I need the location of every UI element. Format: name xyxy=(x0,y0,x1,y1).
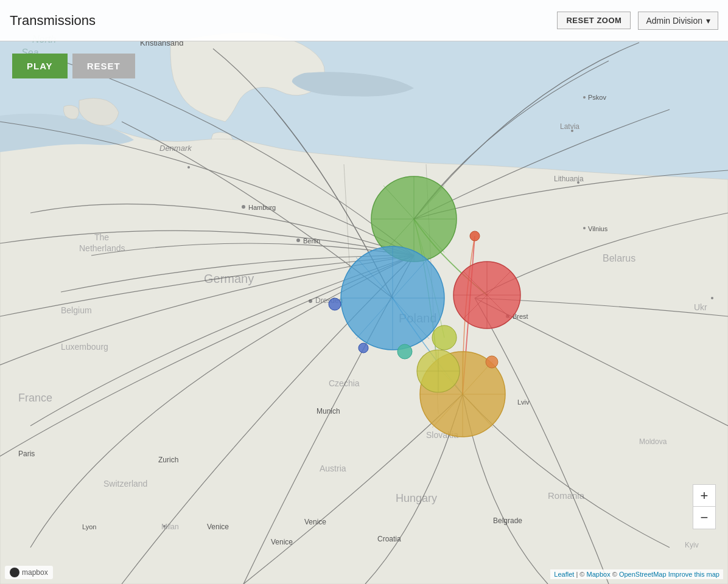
page-title: Transmissions xyxy=(10,13,96,29)
svg-text:Luxembourg: Luxembourg xyxy=(61,342,108,352)
svg-text:France: France xyxy=(18,392,52,404)
svg-text:Munich: Munich xyxy=(317,407,340,415)
admin-division-label: Admin Division xyxy=(646,16,702,26)
svg-point-17 xyxy=(583,227,586,229)
zoom-out-button[interactable]: − xyxy=(693,507,715,529)
mapbox-logo-text: mapbox xyxy=(22,568,48,577)
svg-text:Zurich: Zurich xyxy=(158,456,178,464)
header-right: RESET ZOOM Admin Division ▾ xyxy=(557,12,718,30)
svg-text:The: The xyxy=(94,232,109,242)
svg-point-100 xyxy=(329,298,341,310)
svg-text:Moldova: Moldova xyxy=(639,437,667,446)
svg-text:Paris: Paris xyxy=(18,450,35,458)
svg-point-96 xyxy=(432,325,457,350)
svg-text:Lviv: Lviv xyxy=(517,398,530,406)
svg-text:Belarus: Belarus xyxy=(603,253,635,263)
svg-text:Czechia: Czechia xyxy=(329,378,360,388)
zoom-controls: + − xyxy=(693,484,716,529)
svg-text:Switzerland: Switzerland xyxy=(103,479,147,488)
svg-text:Venice: Venice xyxy=(271,538,293,546)
leaflet-link[interactable]: Leaflet xyxy=(554,571,574,578)
svg-text:Kyiv: Kyiv xyxy=(685,541,699,549)
svg-point-3 xyxy=(242,205,245,209)
svg-point-5 xyxy=(296,238,300,242)
svg-text:Ukr: Ukr xyxy=(694,302,707,312)
svg-point-101 xyxy=(359,343,368,353)
svg-text:Pskov: Pskov xyxy=(588,94,606,101)
svg-text:Austria: Austria xyxy=(320,464,346,473)
svg-text:Hungary: Hungary xyxy=(396,492,437,504)
map-container: Hamburg Berlin Dresden Denmark Pskov Lat… xyxy=(0,0,728,584)
svg-point-32 xyxy=(163,525,166,527)
svg-text:Vilnius: Vilnius xyxy=(588,225,608,232)
admin-division-dropdown[interactable]: Admin Division ▾ xyxy=(638,12,718,30)
reset-button[interactable]: RESET xyxy=(72,54,135,78)
svg-text:Denmark: Denmark xyxy=(159,144,192,153)
attribution-sep2: © xyxy=(612,571,619,578)
header: Transmissions RESET ZOOM Admin Division … xyxy=(0,0,728,41)
svg-point-99 xyxy=(470,231,480,241)
map-attribution: Leaflet | © Mapbox © OpenStreetMap Impro… xyxy=(550,569,723,579)
svg-text:Lithuania: Lithuania xyxy=(554,175,584,183)
svg-text:Romania: Romania xyxy=(548,490,585,501)
mapbox-icon xyxy=(10,568,19,577)
svg-point-11 xyxy=(583,96,586,99)
mapbox-link[interactable]: Mapbox xyxy=(587,571,611,578)
svg-point-98 xyxy=(486,356,498,368)
svg-text:Venice: Venice xyxy=(207,523,229,531)
reset-zoom-button[interactable]: RESET ZOOM xyxy=(557,12,631,29)
osm-link[interactable]: OpenStreetMap xyxy=(619,571,667,578)
svg-text:Belgium: Belgium xyxy=(61,305,92,315)
svg-point-44 xyxy=(711,297,713,299)
svg-point-97 xyxy=(397,344,412,359)
attribution-sep1: | © xyxy=(576,571,586,578)
mapbox-logo: mapbox xyxy=(5,566,53,579)
svg-text:Germany: Germany xyxy=(204,272,254,285)
play-button[interactable]: PLAY xyxy=(12,54,68,78)
svg-text:Lyon: Lyon xyxy=(82,523,96,530)
svg-text:Belgrade: Belgrade xyxy=(493,516,522,525)
svg-point-9 xyxy=(187,166,190,169)
svg-text:Latvia: Latvia xyxy=(560,122,579,131)
chevron-down-icon: ▾ xyxy=(706,16,710,26)
improve-map-link[interactable]: Improve this map xyxy=(668,571,719,578)
playback-controls: PLAY RESET xyxy=(12,54,135,78)
zoom-in-button[interactable]: + xyxy=(693,485,715,507)
